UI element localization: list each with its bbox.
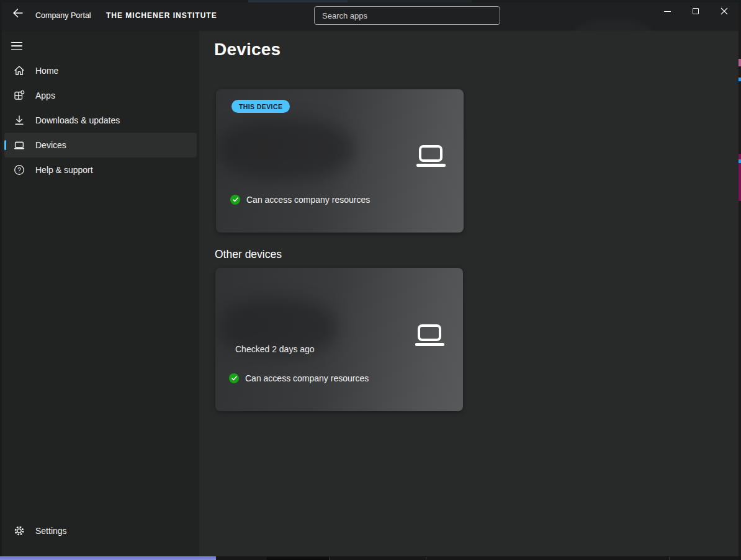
redacted-device-name-blur bbox=[217, 119, 354, 180]
sidebar-item-devices[interactable]: Devices bbox=[4, 133, 197, 158]
background-edge-divider bbox=[669, 557, 670, 560]
checkmark-icon bbox=[230, 195, 240, 205]
background-window-right-edge bbox=[739, 2, 741, 556]
hamburger-icon bbox=[11, 42, 22, 43]
laptop-icon bbox=[13, 139, 25, 151]
other-device-card[interactable]: Checked 2 days ago Can access company re… bbox=[215, 268, 463, 411]
background-pink-sliver bbox=[739, 59, 741, 66]
gear-icon bbox=[13, 525, 25, 537]
minimize-button[interactable] bbox=[653, 0, 681, 22]
background-edge-divider bbox=[329, 557, 330, 560]
sidebar-item-label: Help & support bbox=[35, 165, 93, 175]
svg-text:?: ? bbox=[17, 167, 21, 174]
close-icon bbox=[721, 7, 728, 15]
home-icon bbox=[13, 64, 25, 77]
this-device-card[interactable]: THIS DEVICE Can access company resources bbox=[216, 89, 464, 233]
company-portal-window: Company Portal THE MICHENER INSTITUTE bbox=[0, 0, 741, 560]
sidebar-item-label: Settings bbox=[35, 526, 67, 536]
background-taskbar-sliver bbox=[0, 556, 216, 560]
compliance-status: Can access company resources bbox=[229, 373, 369, 383]
background-blue-sliver bbox=[739, 78, 741, 81]
search-input[interactable] bbox=[314, 6, 500, 25]
background-window-bottom-edge bbox=[0, 556, 741, 560]
download-icon bbox=[13, 114, 25, 127]
sidebar-item-label: Downloads & updates bbox=[35, 115, 120, 125]
status-text: Can access company resources bbox=[245, 373, 369, 383]
menu-toggle-button[interactable] bbox=[10, 38, 29, 54]
organization-name: THE MICHENER INSTITUTE bbox=[106, 11, 217, 20]
devices-page: Devices THIS DEVICE Can access company r… bbox=[199, 31, 739, 556]
sidebar: Home Apps Downloads & updates bbox=[2, 31, 199, 556]
background-blue-sliver bbox=[739, 159, 741, 163]
checkmark-icon bbox=[229, 373, 239, 383]
sidebar-item-label: Home bbox=[35, 66, 58, 76]
other-devices-heading: Other devices bbox=[215, 248, 282, 261]
this-device-badge: THIS DEVICE bbox=[231, 100, 290, 113]
minimize-icon bbox=[664, 11, 671, 12]
title-bar: Company Portal THE MICHENER INSTITUTE bbox=[2, 2, 739, 31]
sidebar-nav: Home Apps Downloads & updates bbox=[2, 58, 199, 182]
search-box bbox=[314, 6, 500, 25]
back-button[interactable] bbox=[9, 5, 27, 21]
sidebar-item-label: Devices bbox=[35, 140, 66, 150]
sidebar-item-help[interactable]: ? Help & support bbox=[4, 158, 199, 182]
app-title: Company Portal bbox=[35, 11, 91, 20]
sidebar-item-apps[interactable]: Apps bbox=[4, 83, 199, 108]
background-edge-divider bbox=[426, 557, 426, 560]
laptop-icon bbox=[416, 145, 446, 167]
background-edge-segment bbox=[267, 557, 329, 560]
page-title: Devices bbox=[214, 40, 281, 60]
help-icon: ? bbox=[13, 164, 25, 176]
apps-icon bbox=[13, 89, 25, 102]
sidebar-item-downloads[interactable]: Downloads & updates bbox=[4, 108, 199, 133]
maximize-icon bbox=[693, 8, 699, 14]
laptop-icon bbox=[415, 324, 444, 346]
close-button[interactable] bbox=[710, 0, 739, 22]
window-controls bbox=[653, 0, 739, 22]
sidebar-item-settings[interactable]: Settings bbox=[4, 518, 197, 543]
sidebar-item-label: Apps bbox=[35, 91, 55, 100]
maximize-button[interactable] bbox=[681, 0, 710, 22]
last-checked-text: Checked 2 days ago bbox=[235, 344, 315, 354]
sidebar-item-home[interactable]: Home bbox=[4, 58, 199, 83]
status-text: Can access company resources bbox=[246, 195, 370, 205]
compliance-status: Can access company resources bbox=[230, 195, 370, 205]
back-arrow-icon bbox=[12, 7, 24, 19]
